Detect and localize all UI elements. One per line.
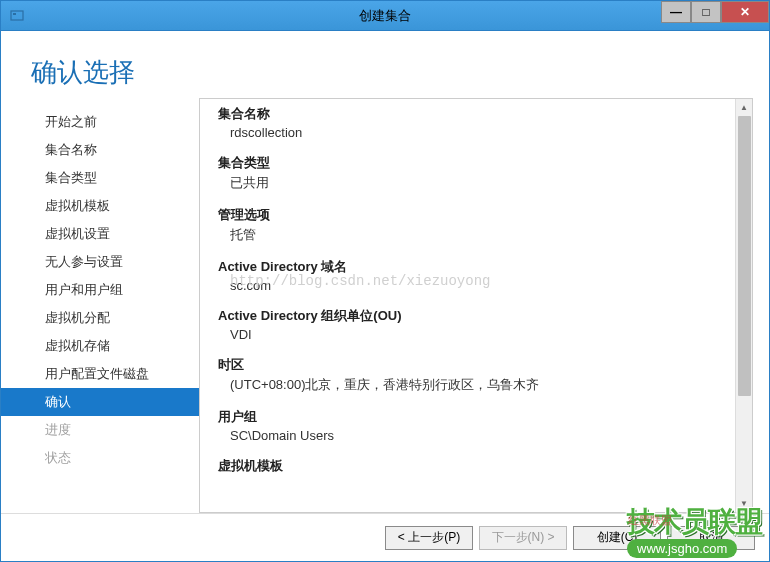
label-timezone: 时区 (218, 356, 717, 374)
value-collection-name: rdscollection (218, 125, 717, 140)
close-button[interactable]: ✕ (721, 1, 769, 23)
previous-button[interactable]: < 上一步(P) (385, 526, 473, 550)
wizard-footer: < 上一步(P) 下一步(N) > 创建(C) 取消 (1, 513, 769, 561)
content-area: 确认选择 开始之前 集合名称 集合类型 虚拟机模板 虚拟机设置 无人参与设置 用… (1, 31, 769, 561)
label-vm-template: 虚拟机模板 (218, 457, 717, 475)
next-button: 下一步(N) > (479, 526, 567, 550)
sidebar-item-collection-name[interactable]: 集合名称 (1, 136, 199, 164)
vertical-scrollbar[interactable]: ▲ ▼ (735, 99, 752, 512)
value-user-group: SC\Domain Users (218, 428, 717, 443)
cancel-button[interactable]: 取消 (667, 526, 755, 550)
page-title: 确认选择 (1, 31, 769, 98)
label-ad-ou: Active Directory 组织单位(OU) (218, 307, 717, 325)
detail-scroll: http://blog.csdn.net/xiezuoyong 集合名称 rds… (200, 99, 735, 512)
value-ad-ou: VDI (218, 327, 717, 342)
label-collection-name: 集合名称 (218, 105, 717, 123)
svg-rect-1 (13, 13, 16, 15)
sidebar-item-status: 状态 (1, 444, 199, 472)
detail-panel: http://blog.csdn.net/xiezuoyong 集合名称 rds… (199, 98, 753, 513)
scroll-down-icon[interactable]: ▼ (736, 495, 752, 512)
section-management: 管理选项 托管 (218, 206, 717, 244)
value-ad-domain: sc.com (218, 278, 717, 293)
sidebar-item-vm-template[interactable]: 虚拟机模板 (1, 192, 199, 220)
create-button[interactable]: 创建(C) (573, 526, 661, 550)
scroll-up-icon[interactable]: ▲ (736, 99, 752, 116)
sidebar-item-users-groups[interactable]: 用户和用户组 (1, 276, 199, 304)
sidebar-item-vm-settings[interactable]: 虚拟机设置 (1, 220, 199, 248)
value-timezone: (UTC+08:00)北京，重庆，香港特别行政区，乌鲁木齐 (218, 376, 717, 394)
window-controls: — □ ✕ (661, 1, 769, 23)
sidebar-item-vm-assignment[interactable]: 虚拟机分配 (1, 304, 199, 332)
section-ad-ou: Active Directory 组织单位(OU) VDI (218, 307, 717, 342)
sidebar-item-collection-type[interactable]: 集合类型 (1, 164, 199, 192)
titlebar: 创建集合 — □ ✕ (1, 1, 769, 31)
wizard-window: 创建集合 — □ ✕ 确认选择 开始之前 集合名称 集合类型 虚拟机模板 虚拟机… (0, 0, 770, 562)
section-collection-name: 集合名称 rdscollection (218, 105, 717, 140)
label-collection-type: 集合类型 (218, 154, 717, 172)
label-ad-domain: Active Directory 域名 (218, 258, 717, 276)
wizard-sidebar: 开始之前 集合名称 集合类型 虚拟机模板 虚拟机设置 无人参与设置 用户和用户组… (1, 98, 199, 513)
svg-rect-0 (11, 11, 23, 20)
sidebar-item-unattended[interactable]: 无人参与设置 (1, 248, 199, 276)
window-title: 创建集合 (359, 7, 411, 25)
scroll-thumb[interactable] (738, 116, 751, 396)
section-ad-domain: Active Directory 域名 sc.com (218, 258, 717, 293)
value-management: 托管 (218, 226, 717, 244)
section-vm-template: 虚拟机模板 (218, 457, 717, 475)
value-collection-type: 已共用 (218, 174, 717, 192)
sidebar-item-user-profile-disks[interactable]: 用户配置文件磁盘 (1, 360, 199, 388)
minimize-button[interactable]: — (661, 1, 691, 23)
main-area: 开始之前 集合名称 集合类型 虚拟机模板 虚拟机设置 无人参与设置 用户和用户组… (1, 98, 769, 513)
app-icon (9, 8, 25, 24)
sidebar-item-confirm[interactable]: 确认 (1, 388, 199, 416)
section-collection-type: 集合类型 已共用 (218, 154, 717, 192)
label-user-group: 用户组 (218, 408, 717, 426)
sidebar-item-progress: 进度 (1, 416, 199, 444)
sidebar-item-vm-storage[interactable]: 虚拟机存储 (1, 332, 199, 360)
sidebar-item-before-start[interactable]: 开始之前 (1, 108, 199, 136)
section-timezone: 时区 (UTC+08:00)北京，重庆，香港特别行政区，乌鲁木齐 (218, 356, 717, 394)
section-user-group: 用户组 SC\Domain Users (218, 408, 717, 443)
label-management: 管理选项 (218, 206, 717, 224)
maximize-button[interactable]: □ (691, 1, 721, 23)
